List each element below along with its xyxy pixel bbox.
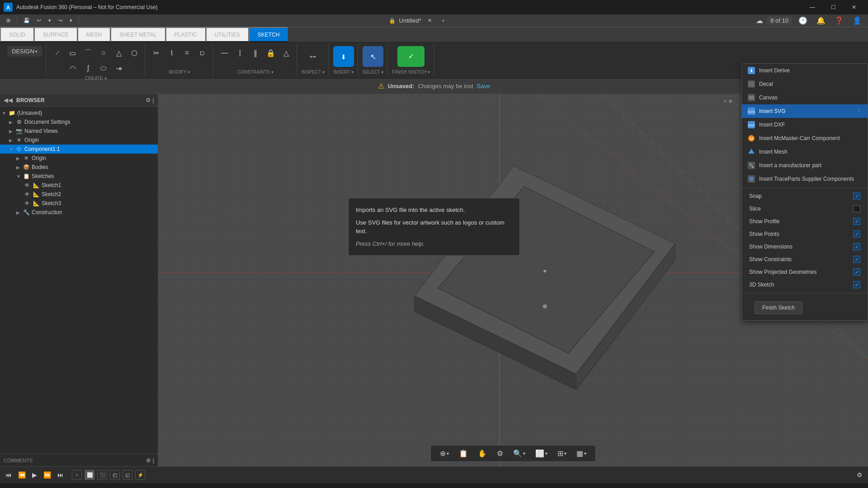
finish-sketch-button[interactable]: ✓ — [397, 46, 425, 67]
snap-checkbox[interactable]: ✓ — [853, 192, 860, 200]
slice-checkbox[interactable] — [853, 205, 860, 212]
modify-extend-tool[interactable]: ⌇ — [165, 46, 179, 60]
tree-item-bodies[interactable]: ▶ 📦 Bodies — [0, 163, 158, 172]
browser-pin-button[interactable]: | — [153, 97, 154, 103]
modify-trim-tool[interactable]: ✂ — [150, 46, 163, 60]
anim-control5[interactable]: ◱ — [123, 470, 132, 480]
maximize-button[interactable]: ☐ — [823, 0, 844, 14]
tree-arrow-named-views[interactable]: ▶ — [9, 129, 15, 134]
anim-settings-button[interactable]: ⚙ — [855, 469, 864, 480]
tab-sheet-metal[interactable]: SHEET METAL — [110, 27, 165, 42]
create-circle-tool[interactable]: ○ — [97, 46, 110, 60]
dropdown-insert-derive[interactable]: ⬇ Insert Derive — [742, 64, 868, 77]
dropdown-mcmaster[interactable]: M Insert McMaster-Carr Component — [742, 131, 868, 145]
tree-arrow-comp-origin[interactable]: ▶ — [16, 156, 23, 161]
tree-item-component1[interactable]: ▼ 🔷 Component1:1 — [0, 145, 158, 154]
browser-back-button[interactable]: ◀◀ — [4, 97, 13, 103]
tree-item-sketch2[interactable]: 👁 📐 Sketch2 — [0, 190, 158, 199]
show-dimensions-checkbox[interactable]: ✓ — [853, 243, 860, 250]
anim-next-button[interactable]: ⏩ — [42, 469, 53, 480]
anim-prev-button[interactable]: ⏪ — [16, 469, 28, 480]
show-projected-checkbox[interactable]: ✓ — [853, 268, 860, 276]
app-menu-button[interactable]: ⊞ — [4, 17, 13, 24]
finish-sketch-dropdown-button[interactable]: Finish Sketch — [755, 301, 802, 314]
dropdown-insert-svg[interactable]: SVG Insert SVG ⋮ — [742, 104, 868, 118]
minimize-button[interactable]: — — [802, 0, 823, 14]
dropdown-canvas[interactable]: Canvas — [742, 91, 868, 104]
tree-arrow-sketches[interactable]: ▼ — [16, 174, 23, 179]
create-line-tool[interactable]: ⟋ — [51, 46, 64, 60]
inspect-measure-tool[interactable]: ↔ — [302, 46, 323, 67]
close-document-button[interactable]: ✕ — [425, 17, 434, 24]
redo-button[interactable]: ↪ — [56, 17, 65, 24]
visibility-sketch1[interactable]: 👁 — [24, 182, 31, 189]
dropdown-manufacturer-part[interactable]: 🔧 Insert a manufacturer part — [742, 159, 868, 172]
show-points-checkbox[interactable]: ✓ — [853, 230, 860, 238]
bell-button[interactable]: 🔔 — [814, 15, 828, 26]
design-dropdown-button[interactable]: DESIGN ▾ — [7, 46, 42, 56]
tab-mesh[interactable]: MESH — [77, 27, 111, 42]
constraint-vertical[interactable]: | — [233, 46, 247, 60]
create-offset-tool[interactable]: ⇥ — [112, 61, 126, 75]
tab-sketch[interactable]: SKETCH — [249, 27, 288, 42]
constraint-parallel[interactable]: ∥ — [249, 46, 262, 60]
anim-control2[interactable]: ⬜ — [85, 470, 94, 480]
constraint-lock[interactable]: 🔒 — [264, 46, 278, 60]
help-button[interactable]: ❓ — [832, 15, 846, 26]
tree-arrow-bodies[interactable]: ▶ — [16, 165, 23, 170]
orbit-button[interactable]: ⚙ — [493, 447, 507, 460]
redo-dropdown[interactable]: ▾ — [67, 17, 75, 24]
tree-item-construction[interactable]: ▶ 🔧 Construction — [0, 208, 158, 217]
modify-break-tool[interactable]: ⌗ — [180, 46, 194, 60]
create-ellipse-tool[interactable]: ⬭ — [97, 61, 110, 75]
anim-control3[interactable]: ⬛ — [97, 470, 107, 480]
3d-sketch-checkbox[interactable]: ✓ — [853, 281, 860, 288]
create-polygon-tool[interactable]: ⬡ — [127, 46, 141, 60]
anim-control1[interactable]: ○ — [72, 470, 82, 480]
show-constraints-checkbox[interactable]: ✓ — [853, 256, 860, 263]
anim-control4[interactable]: ◰ — [110, 470, 120, 480]
anim-control6[interactable]: ⚡ — [135, 470, 145, 480]
tab-plastic[interactable]: PLASTIC — [165, 27, 206, 42]
zoom-button[interactable]: 🔍▾ — [509, 447, 529, 460]
pan-button[interactable]: ✋ — [474, 447, 491, 460]
undo-dropdown[interactable]: ▾ — [46, 17, 54, 24]
create-rect-tool[interactable]: ▭ — [66, 46, 80, 60]
anim-last-button[interactable]: ⏭ — [56, 469, 66, 480]
create-triangle-tool[interactable]: △ — [112, 46, 126, 60]
display-button[interactable]: ▦▾ — [573, 447, 590, 460]
dropdown-decal[interactable]: Decal — [742, 77, 868, 91]
tab-utilities[interactable]: UTILITIES — [206, 27, 249, 42]
modify-mirror-tool[interactable]: ⫐ — [196, 46, 209, 60]
select-button[interactable]: ↖ — [363, 46, 383, 67]
tree-item-sketch1[interactable]: 👁 📐 Sketch1 — [0, 181, 158, 190]
snap-button[interactable]: ⊕▾ — [436, 447, 453, 460]
tree-arrow-component1[interactable]: ▼ — [9, 147, 15, 152]
anim-first-button[interactable]: ⏮ — [4, 469, 14, 480]
tree-item-unsaved[interactable]: ▼ 📁 (Unsaved) — [0, 108, 158, 117]
tree-item-comp-origin[interactable]: ▶ ✳ Origin — [0, 154, 158, 163]
anim-play-button[interactable]: ▶ — [30, 469, 39, 480]
visibility-sketch2[interactable]: 👁 — [24, 191, 31, 198]
tree-item-sketches[interactable]: ▼ 📋 Sketches — [0, 172, 158, 181]
create-spline-tool[interactable]: ∫ — [81, 61, 95, 75]
tab-surface[interactable]: SURFACE — [34, 27, 77, 42]
capture-button[interactable]: 📋 — [455, 447, 472, 460]
tree-item-sketch3[interactable]: 👁 📐 Sketch3 — [0, 199, 158, 208]
view-cube-button[interactable]: ⬜▾ — [532, 447, 551, 460]
dropdown-insert-dxf[interactable]: DXF Insert DXF — [742, 118, 868, 131]
comments-add-button[interactable]: ⊕ — [146, 457, 151, 464]
create-fillet-tool[interactable]: ⌒ — [81, 46, 95, 60]
tree-item-origin[interactable]: ▶ ✳ Origin — [0, 136, 158, 145]
insert-button[interactable]: ⬇ — [333, 46, 354, 67]
profile-button[interactable]: 👤 — [850, 15, 864, 26]
comments-pin-button[interactable]: | — [153, 457, 154, 464]
tree-arrow-unsaved[interactable]: ▼ — [2, 111, 8, 116]
save-document-button[interactable]: Save — [477, 83, 491, 89]
grid-button[interactable]: ⊞▾ — [554, 447, 570, 460]
constraint-horizontal[interactable]: — — [218, 46, 231, 60]
visibility-sketch3[interactable]: 👁 — [24, 200, 31, 207]
dropdown-insert-mesh[interactable]: Insert Mesh — [742, 145, 868, 159]
new-tab-button[interactable]: ＋ — [438, 16, 448, 25]
tree-arrow-construction[interactable]: ▶ — [16, 210, 23, 215]
